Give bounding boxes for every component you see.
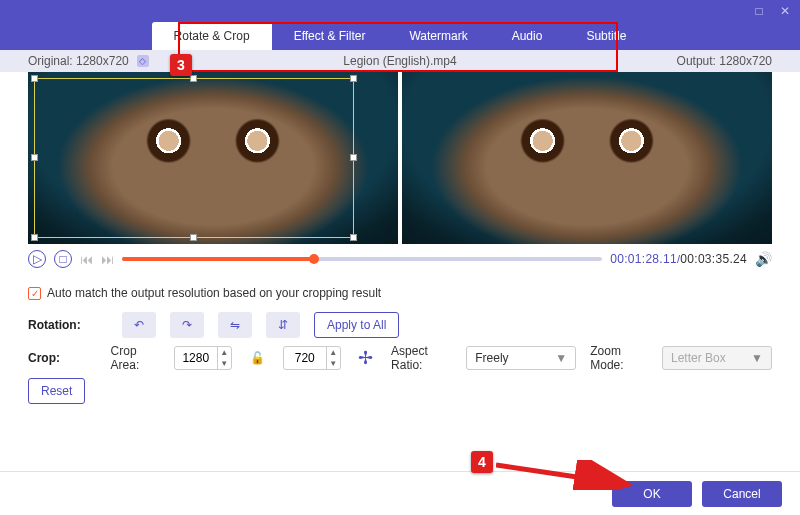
stop-button[interactable]: □	[54, 250, 72, 268]
seek-knob[interactable]	[309, 254, 319, 264]
reset-button[interactable]: Reset	[28, 378, 85, 404]
footer: OK Cancel	[0, 471, 800, 515]
crop-handle-b[interactable]	[190, 234, 197, 241]
tab-watermark[interactable]: Watermark	[387, 22, 489, 50]
crop-label: Crop:	[28, 351, 97, 365]
crop-handle-tl[interactable]	[31, 75, 38, 82]
crop-height-stepper[interactable]: ▲▼	[283, 346, 341, 370]
seek-fill	[122, 257, 314, 261]
crop-width-stepper[interactable]: ▲▼	[174, 346, 232, 370]
chevron-down-icon: ▼	[555, 351, 567, 365]
cancel-button[interactable]: Cancel	[702, 481, 782, 507]
swap-icon[interactable]: ◇	[137, 55, 149, 67]
crop-width-up[interactable]: ▲	[218, 347, 231, 358]
titlebar: □ ✕	[0, 0, 800, 22]
video-frame-output	[402, 72, 772, 244]
crop-height-up[interactable]: ▲	[327, 347, 340, 358]
auto-match-checkbox[interactable]: ✓	[28, 287, 41, 300]
flip-horizontal-button[interactable]: ⇋	[218, 312, 252, 338]
seek-track[interactable]	[122, 257, 602, 261]
crop-height-input[interactable]	[284, 351, 326, 365]
crop-width-down[interactable]: ▼	[218, 358, 231, 369]
prev-frame-button[interactable]: ⏮	[80, 252, 93, 267]
rotate-left-button[interactable]: ↶	[122, 312, 156, 338]
ok-button[interactable]: OK	[612, 481, 692, 507]
tab-subtitle[interactable]: Subtitle	[564, 22, 648, 50]
preview-original[interactable]	[28, 72, 398, 244]
play-button[interactable]: ▷	[28, 250, 46, 268]
aspect-ratio-value: Freely	[475, 351, 508, 365]
crop-handle-br[interactable]	[350, 234, 357, 241]
zoom-mode-select: Letter Box ▼	[662, 346, 772, 370]
crop-handle-t[interactable]	[190, 75, 197, 82]
tab-effect-filter[interactable]: Effect & Filter	[272, 22, 388, 50]
filename-label: Legion (English).mp4	[160, 54, 640, 68]
time-display: 00:01:28.11/00:03:35.24	[610, 252, 747, 266]
center-crop-icon[interactable]: ✢	[355, 345, 377, 371]
close-button[interactable]: ✕	[778, 4, 792, 18]
output-resolution-label: Output: 1280x720	[640, 54, 800, 68]
original-resolution-label: Original: 1280x720	[28, 54, 129, 68]
crop-handle-bl[interactable]	[31, 234, 38, 241]
volume-icon[interactable]: 🔊	[755, 251, 772, 267]
rotate-right-button[interactable]: ↷	[170, 312, 204, 338]
next-frame-button[interactable]: ⏭	[101, 252, 114, 267]
annotation-badge-4: 4	[471, 451, 493, 473]
crop-handle-l[interactable]	[31, 154, 38, 161]
preview-output	[402, 72, 772, 244]
flip-vertical-button[interactable]: ⇵	[266, 312, 300, 338]
crop-height-down[interactable]: ▼	[327, 358, 340, 369]
playback-controls: ▷ □ ⏮ ⏭ 00:01:28.11/00:03:35.24 🔊	[0, 244, 800, 274]
crop-rectangle[interactable]	[34, 78, 354, 238]
tab-rotate-crop[interactable]: Rotate & Crop	[152, 22, 272, 50]
crop-width-input[interactable]	[175, 351, 217, 365]
tab-bar: Rotate & Crop Effect & Filter Watermark …	[0, 22, 800, 50]
annotation-badge-3: 3	[170, 54, 192, 76]
aspect-ratio-label: Aspect Ratio:	[391, 344, 452, 372]
preview-row	[0, 72, 800, 244]
lock-aspect-icon[interactable]: 🔓	[246, 351, 269, 365]
meta-row: Original: 1280x720 ◇ Legion (English).mp…	[0, 50, 800, 72]
settings-panel: ✓ Auto match the output resolution based…	[0, 274, 800, 404]
crop-area-label: Crop Area:	[111, 344, 160, 372]
auto-match-row[interactable]: ✓ Auto match the output resolution based…	[28, 286, 772, 300]
zoom-mode-value: Letter Box	[671, 351, 726, 365]
aspect-ratio-select[interactable]: Freely ▼	[466, 346, 576, 370]
apply-to-all-button[interactable]: Apply to All	[314, 312, 399, 338]
maximize-button[interactable]: □	[752, 4, 766, 18]
tab-audio[interactable]: Audio	[490, 22, 565, 50]
auto-match-label: Auto match the output resolution based o…	[47, 286, 381, 300]
rotation-label: Rotation:	[28, 318, 108, 332]
zoom-mode-label: Zoom Mode:	[590, 344, 648, 372]
chevron-down-icon: ▼	[751, 351, 763, 365]
crop-handle-r[interactable]	[350, 154, 357, 161]
crop-handle-tr[interactable]	[350, 75, 357, 82]
